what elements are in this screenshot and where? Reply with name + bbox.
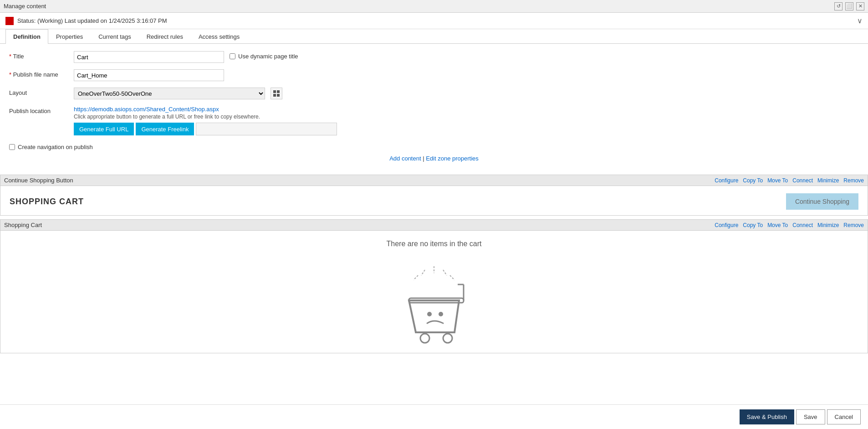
shopping-cart-section: Shopping Cart Configure Copy To Move To … bbox=[0, 219, 868, 353]
remove-link-1[interactable]: Remove bbox=[843, 177, 864, 184]
continue-shopping-actions: Configure Copy To Move To Connect Minimi… bbox=[712, 177, 864, 184]
window-title: Manage content bbox=[4, 3, 46, 10]
tab-current-tags[interactable]: Current tags bbox=[91, 29, 139, 44]
svg-line-5 bbox=[421, 270, 425, 275]
continue-shopping-button[interactable]: Continue Shopping bbox=[786, 193, 858, 210]
publish-url-link[interactable]: https://demodb.asiops.com/Shared_Content… bbox=[74, 106, 219, 113]
minimize-link-2[interactable]: Minimize bbox=[817, 222, 839, 228]
publish-file-label: * Publish file name bbox=[9, 69, 68, 78]
title-row: * Title Use dynamic page title bbox=[9, 51, 859, 63]
configure-link-2[interactable]: Configure bbox=[715, 222, 738, 228]
title-bar: Manage content ↺ ⬜ ✕ bbox=[0, 0, 868, 13]
svg-line-8 bbox=[450, 275, 454, 280]
status-bar: Status: (Working) Last updated on 1/24/2… bbox=[0, 13, 868, 29]
publish-hint: Click appropriate button to generate a f… bbox=[74, 114, 337, 120]
svg-rect-2 bbox=[273, 94, 276, 97]
main-form: * Title Use dynamic page title * Publish… bbox=[0, 44, 868, 171]
title-input[interactable] bbox=[74, 51, 224, 63]
generate-full-url-button[interactable]: Generate Full URL bbox=[74, 123, 134, 135]
svg-line-7 bbox=[414, 275, 418, 280]
edit-zone-link[interactable]: Edit zone properties bbox=[426, 155, 479, 162]
move-to-link-2[interactable]: Move To bbox=[767, 222, 788, 228]
svg-rect-3 bbox=[277, 94, 280, 97]
publish-file-required: * bbox=[9, 71, 11, 78]
svg-rect-1 bbox=[277, 90, 280, 93]
dynamic-title-label: Use dynamic page title bbox=[230, 51, 298, 60]
continue-shopping-title: Continue Shopping Button bbox=[4, 177, 73, 184]
tab-bar: Definition Properties Current tags Redir… bbox=[0, 29, 868, 44]
generate-freelink-button[interactable]: Generate Freelink bbox=[136, 123, 194, 135]
copy-to-link-2[interactable]: Copy To bbox=[743, 222, 763, 228]
add-content-row: Add content | Edit zone properties bbox=[9, 155, 859, 162]
cart-icon-container bbox=[10, 262, 858, 344]
shopping-cart-content: There are no items in the cart bbox=[0, 230, 868, 353]
svg-point-12 bbox=[420, 334, 429, 343]
save-publish-button[interactable]: Save & Publish bbox=[740, 409, 794, 424]
create-nav-row: Create navigation on publish bbox=[9, 142, 859, 150]
publish-location-content: https://demodb.asiops.com/Shared_Content… bbox=[74, 106, 337, 135]
status-indicator bbox=[5, 17, 14, 25]
create-nav-label: Create navigation on publish bbox=[9, 142, 93, 150]
shopping-cart-header: Shopping Cart Configure Copy To Move To … bbox=[0, 219, 868, 230]
url-output-input[interactable] bbox=[196, 123, 337, 135]
close-button[interactable]: ✕ bbox=[856, 2, 864, 10]
title-label: * Title bbox=[9, 51, 68, 60]
connect-link-2[interactable]: Connect bbox=[792, 222, 813, 228]
minimize-link-1[interactable]: Minimize bbox=[817, 177, 839, 184]
grid-icon bbox=[273, 90, 280, 97]
status-text: Status: (Working) Last updated on 1/24/2… bbox=[17, 17, 167, 24]
move-to-link-1[interactable]: Move To bbox=[767, 177, 788, 184]
refresh-button[interactable]: ↺ bbox=[834, 2, 842, 10]
layout-select[interactable]: OneOverTwo50-50OverOne bbox=[74, 88, 265, 99]
chevron-button[interactable]: ∨ bbox=[857, 16, 863, 25]
cart-title: SHOPPING CART bbox=[10, 197, 84, 207]
url-buttons: Generate Full URL Generate Freelink bbox=[74, 123, 337, 135]
layout-label: Layout bbox=[9, 88, 68, 96]
tab-properties[interactable]: Properties bbox=[48, 29, 91, 44]
svg-rect-0 bbox=[273, 90, 276, 93]
publish-location-label: Publish location bbox=[9, 106, 68, 114]
save-button[interactable]: Save bbox=[796, 409, 825, 424]
copy-to-link-1[interactable]: Copy To bbox=[743, 177, 763, 184]
bottom-bar: Save & Publish Save Cancel bbox=[0, 404, 868, 429]
tab-access-settings[interactable]: Access settings bbox=[191, 29, 247, 44]
layout-icon-button[interactable] bbox=[271, 88, 282, 99]
empty-cart-icon bbox=[388, 262, 480, 344]
title-required: * bbox=[9, 53, 11, 60]
svg-point-15 bbox=[439, 312, 443, 316]
layout-row: Layout OneOverTwo50-50OverOne bbox=[9, 88, 859, 99]
publish-file-input[interactable] bbox=[74, 69, 224, 81]
tab-definition[interactable]: Definition bbox=[5, 29, 48, 44]
svg-point-14 bbox=[427, 312, 432, 316]
svg-point-13 bbox=[443, 334, 452, 343]
svg-line-6 bbox=[443, 270, 447, 275]
publish-location-row: Publish location https://demodb.asiops.c… bbox=[9, 106, 859, 135]
continue-shopping-header: Continue Shopping Button Configure Copy … bbox=[0, 175, 868, 186]
status-left: Status: (Working) Last updated on 1/24/2… bbox=[5, 17, 167, 25]
add-content-link[interactable]: Add content bbox=[389, 155, 421, 162]
window-controls: ↺ ⬜ ✕ bbox=[834, 2, 864, 10]
cancel-button[interactable]: Cancel bbox=[827, 409, 861, 424]
continue-shopping-content: SHOPPING CART Continue Shopping bbox=[0, 186, 868, 216]
empty-cart-text: There are no items in the cart bbox=[10, 240, 858, 248]
restore-button[interactable]: ⬜ bbox=[845, 2, 853, 10]
shopping-cart-actions: Configure Copy To Move To Connect Minimi… bbox=[712, 222, 864, 228]
publish-file-row: * Publish file name bbox=[9, 69, 859, 81]
tab-redirect-rules[interactable]: Redirect rules bbox=[139, 29, 191, 44]
create-nav-checkbox[interactable] bbox=[9, 144, 15, 150]
connect-link-1[interactable]: Connect bbox=[792, 177, 813, 184]
shopping-cart-title: Shopping Cart bbox=[4, 222, 42, 228]
configure-link-1[interactable]: Configure bbox=[715, 177, 738, 184]
dynamic-title-checkbox[interactable] bbox=[230, 53, 235, 59]
continue-shopping-section: Continue Shopping Button Configure Copy … bbox=[0, 175, 868, 216]
remove-link-2[interactable]: Remove bbox=[843, 222, 864, 228]
